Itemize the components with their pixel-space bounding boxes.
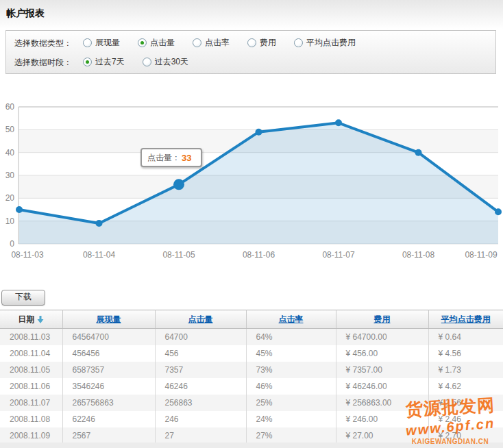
value-cell: ¥ 4.62 <box>428 378 503 395</box>
date-cell: 2008.11.04 <box>0 345 62 362</box>
data-type-filter-row: 选择数据类型： 展现量点击量点击率费用平均点击费用 <box>14 36 491 50</box>
radio-checked-icon[interactable] <box>138 38 147 47</box>
chart-point <box>96 220 103 227</box>
value-cell: 25% <box>246 395 336 411</box>
y-axis-tick-label: 20 <box>5 193 15 203</box>
date-cell: 2008.11.08 <box>0 411 62 427</box>
sort-descending-arrow-icon[interactable] <box>37 316 44 323</box>
column-header-1[interactable]: 展现量 <box>62 310 155 329</box>
value-cell: 456456 <box>62 345 155 362</box>
table-header-row: 日期展现量点击量点击率费用平均点击费用 <box>0 310 503 329</box>
data-period-filter-row: 选择数据时段： 过去7天过去30天 <box>14 55 491 69</box>
value-cell: 265756863 <box>62 395 155 411</box>
chart-canvas: 605040302010008-11-0308-11-0408-11-0508-… <box>0 96 503 269</box>
value-cell: 7357 <box>155 362 246 378</box>
column-header-label: 日期 <box>18 314 34 324</box>
table-row: 2008.11.0445645645645%¥ 456.00¥ 4.56 <box>0 345 503 362</box>
data-type-option-1[interactable]: 点击量 <box>138 37 175 49</box>
column-header-label[interactable]: 点击率 <box>279 314 304 324</box>
data-type-option-0[interactable]: 展现量 <box>83 37 120 49</box>
x-axis-tick-label: 08-11-07 <box>322 250 354 260</box>
column-header-label[interactable]: 平均点击费用 <box>441 314 491 324</box>
value-cell: ¥ 46246.00 <box>336 378 428 395</box>
value-cell: 46% <box>246 378 336 395</box>
download-button[interactable]: 下载 <box>1 290 45 306</box>
value-cell: ¥ 2.46 <box>428 411 503 427</box>
y-axis-tick-label: 60 <box>5 102 15 112</box>
y-axis-tick-label: 50 <box>5 125 15 134</box>
table-row: 2008.11.086224624624%¥ 246.00¥ 2.46 <box>0 411 503 427</box>
data-period-label: 选择数据时段： <box>14 57 83 69</box>
y-axis-tick-label: 0 <box>10 239 14 249</box>
data-period-option-label: 过去30天 <box>155 56 188 68</box>
value-cell: 456 <box>155 345 246 362</box>
value-cell: ¥ 7357.00 <box>336 362 428 378</box>
chart-point <box>16 206 23 213</box>
report-table: 日期展现量点击量点击率费用平均点击费用 2008.11.036456470064… <box>0 310 503 445</box>
radio-unchecked-icon[interactable] <box>193 38 201 47</box>
column-header-3[interactable]: 点击率 <box>246 310 336 329</box>
data-period-option-1[interactable]: 过去30天 <box>143 56 188 68</box>
chart-point <box>335 119 342 126</box>
value-cell: 246 <box>155 411 246 427</box>
x-axis-tick-label: 08-11-06 <box>243 250 275 260</box>
y-axis-tick-label: 30 <box>5 171 15 180</box>
column-header-label[interactable]: 点击量 <box>188 314 213 324</box>
column-header-4[interactable]: 费用 <box>336 310 428 329</box>
chart-tooltip-value: 33 <box>182 153 191 163</box>
clicks-trend-chart: 605040302010008-11-0308-11-0408-11-0508-… <box>0 96 503 269</box>
radio-unchecked-icon[interactable] <box>247 38 256 47</box>
data-type-option-3[interactable]: 费用 <box>247 37 276 49</box>
x-axis-tick-label: 08-11-05 <box>162 250 195 260</box>
column-header-label[interactable]: 费用 <box>374 314 391 324</box>
value-cell: 64700 <box>155 329 246 346</box>
data-period-option-0[interactable]: 过去7天 <box>83 56 125 68</box>
data-type-option-label: 展现量 <box>95 37 120 49</box>
radio-unchecked-icon[interactable] <box>83 38 92 47</box>
table-row: 2008.11.03645647006470064%¥ 64700.00¥ 0.… <box>0 329 503 346</box>
chart-point <box>256 129 262 136</box>
value-cell: 3546246 <box>62 378 155 395</box>
value-cell: 24% <box>246 411 336 427</box>
date-cell: 2008.11.07 <box>0 395 62 411</box>
page-header: 帐户报表 <box>0 0 503 29</box>
data-type-option-2[interactable]: 点击率 <box>193 37 230 49</box>
value-cell: ¥ 1.73 <box>428 362 503 378</box>
column-header-0: 日期 <box>0 310 62 329</box>
chart-band <box>19 107 498 129</box>
date-cell: 2008.11.06 <box>0 378 62 395</box>
column-header-2[interactable]: 点击量 <box>155 310 246 329</box>
chart-tooltip: 点击量： 33 <box>140 148 202 167</box>
table-row: 2008.11.056587357735773%¥ 7357.00¥ 1.73 <box>0 362 503 378</box>
y-axis-tick-label: 40 <box>5 148 15 158</box>
page-title: 帐户报表 <box>6 8 45 20</box>
x-axis-tick-label: 08-11-03 <box>11 250 43 260</box>
x-axis-tick-label: 08-11-09 <box>465 250 497 260</box>
chart-point <box>495 208 502 215</box>
chart-tooltip-label: 点击量： <box>147 152 180 164</box>
value-cell: 45% <box>246 345 336 362</box>
date-cell: 2008.11.03 <box>0 329 62 346</box>
date-cell: 2008.11.05 <box>0 362 62 378</box>
x-axis-tick-label: 08-11-08 <box>402 250 434 260</box>
value-cell: 73% <box>246 362 336 378</box>
value-cell: ¥ 2.56 <box>428 395 503 411</box>
chart-point <box>415 149 422 156</box>
table-row: 2008.11.0635462464624646%¥ 46246.00¥ 4.6… <box>0 378 503 395</box>
data-period-options: 过去7天过去30天 <box>83 56 206 69</box>
data-type-option-label: 费用 <box>260 37 276 49</box>
bottom-strip <box>0 443 503 448</box>
radio-unchecked-icon[interactable] <box>143 58 151 66</box>
column-header-label[interactable]: 展现量 <box>97 314 121 324</box>
value-cell: 62246 <box>62 411 155 427</box>
radio-unchecked-icon[interactable] <box>294 38 303 47</box>
data-type-option-4[interactable]: 平均点击费用 <box>294 37 356 49</box>
value-cell: ¥ 0.64 <box>428 329 503 346</box>
data-type-options: 展现量点击量点击率费用平均点击费用 <box>83 37 373 49</box>
chart-point-highlighted <box>173 179 184 190</box>
y-axis-tick-label: 10 <box>5 216 15 226</box>
column-header-5[interactable]: 平均点击费用 <box>428 310 503 329</box>
radio-checked-icon[interactable] <box>83 58 92 66</box>
x-axis-tick-label: 08-11-04 <box>83 250 115 260</box>
data-period-option-label: 过去7天 <box>95 56 125 68</box>
